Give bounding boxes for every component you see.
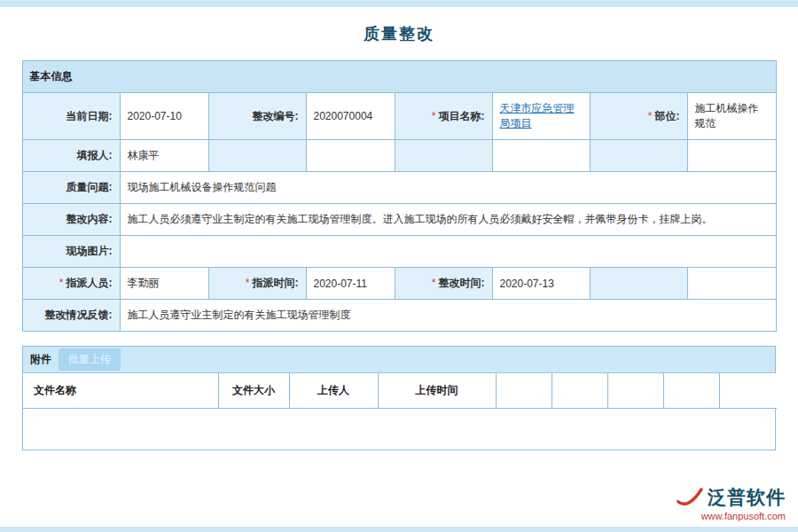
section-header-row: 基本信息 xyxy=(22,61,776,93)
bottom-strip xyxy=(0,527,798,532)
logo-swoosh-icon xyxy=(674,486,704,509)
rectify-time-label: *整改时间: xyxy=(395,268,492,300)
batch-upload-button[interactable]: 批量上传 xyxy=(59,348,121,371)
basic-info-header: 基本信息 xyxy=(22,61,776,93)
brand-row: 泛普软件 xyxy=(674,485,786,510)
empty-cell xyxy=(395,140,492,172)
col-file-name: 文件名称 xyxy=(23,373,218,409)
empty-cell xyxy=(306,140,395,172)
empty-cell xyxy=(687,140,776,172)
current-date-label: 当前日期: xyxy=(22,93,120,140)
attachments-title: 附件 xyxy=(30,352,51,367)
empty-cell xyxy=(687,268,776,300)
required-marker: * xyxy=(432,110,436,122)
quality-issue-value: 现场施工机械设备操作规范问题 xyxy=(120,172,776,204)
required-marker: * xyxy=(59,277,64,289)
part-label: *部位: xyxy=(590,93,687,140)
assignee-label: *指派人员: xyxy=(22,268,120,300)
table-row: 质量问题: 现场施工机械设备操作规范问题 xyxy=(22,172,776,204)
reporter-value: 林康平 xyxy=(120,140,208,172)
assignee-value: 李勤丽 xyxy=(120,268,208,300)
project-name-label: *项目名称: xyxy=(395,93,492,140)
rectify-time-value: 2020-07-13 xyxy=(492,268,590,300)
brand-website: www.fanpusoft.com xyxy=(674,511,786,521)
assign-time-label: *指派时间: xyxy=(208,268,306,300)
table-row: 整改内容: 施工人员必须遵守业主制定的有关施工现场管理制度。进入施工现场的所有人… xyxy=(22,204,776,236)
project-name-value: 天津市应急管理局项目 xyxy=(492,93,590,140)
empty-cell xyxy=(590,140,687,172)
attachments-titlebar: 附件 批量上传 xyxy=(23,347,775,373)
table-row: 整改情况反馈: 施工人员遵守业主制定的有关施工现场管理制度 xyxy=(22,300,776,332)
col-empty xyxy=(663,373,719,409)
top-strip xyxy=(0,0,798,7)
table-row: 当前日期: 2020-07-10 整改编号: 2020070004 *项目名称:… xyxy=(22,93,776,140)
col-uploader: 上传人 xyxy=(289,373,378,409)
number-value: 2020070004 xyxy=(306,93,395,140)
basic-info-table: 基本信息 当前日期: 2020-07-10 整改编号: 2020070004 *… xyxy=(22,60,777,332)
site-photo-label: 现场图片: xyxy=(22,236,120,268)
table-row: 填报人: 林康平 xyxy=(22,140,776,172)
feedback-value: 施工人员遵守业主制定的有关施工现场管理制度 xyxy=(120,300,776,332)
assignee-label-text: 指派人员: xyxy=(66,277,113,289)
rectify-content-value: 施工人员必须遵守业主制定的有关施工现场管理制度。进入施工现场的所有人员必须戴好安… xyxy=(120,204,776,236)
page-title: 质量整改 xyxy=(0,23,798,44)
col-file-size: 文件大小 xyxy=(218,373,289,409)
assign-time-label-text: 指派时间: xyxy=(253,277,299,289)
empty-cell xyxy=(492,140,590,172)
col-empty xyxy=(552,373,607,409)
attachments-empty-area xyxy=(23,409,775,450)
part-value: 施工机械操作规范 xyxy=(687,93,776,140)
col-empty xyxy=(607,373,663,409)
attachments-header-row: 文件名称 文件大小 上传人 上传时间 xyxy=(23,373,777,409)
assign-time-value: 2020-07-11 xyxy=(306,268,395,300)
required-marker: * xyxy=(246,277,250,289)
required-marker: * xyxy=(648,110,653,122)
col-upload-time: 上传时间 xyxy=(378,373,496,409)
number-label: 整改编号: xyxy=(208,93,306,140)
quality-issue-label: 质量问题: xyxy=(22,172,120,204)
table-row: *指派人员: 李勤丽 *指派时间: 2020-07-11 *整改时间: 2020… xyxy=(22,268,776,300)
attachments-section: 附件 批量上传 文件名称 文件大小 上传人 上传时间 xyxy=(22,346,776,450)
reporter-label: 填报人: xyxy=(22,140,120,172)
empty-cell xyxy=(590,268,687,300)
attachments-table: 文件名称 文件大小 上传人 上传时间 xyxy=(23,373,777,409)
current-date-value: 2020-07-10 xyxy=(120,93,208,140)
table-row: 现场图片: xyxy=(22,236,776,268)
rectify-time-label-text: 整改时间: xyxy=(439,277,485,289)
site-photo-value xyxy=(120,236,776,268)
col-empty xyxy=(496,373,552,409)
col-empty xyxy=(719,373,777,409)
brand-name: 泛普软件 xyxy=(708,485,786,510)
project-link[interactable]: 天津市应急管理局项目 xyxy=(500,102,575,129)
brand-logo: 泛普软件 www.fanpusoft.com xyxy=(674,485,786,521)
required-marker: * xyxy=(432,277,436,289)
rectify-content-label: 整改内容: xyxy=(22,204,120,236)
part-label-text: 部位: xyxy=(655,110,680,122)
feedback-label: 整改情况反馈: xyxy=(22,300,120,332)
project-name-label-text: 项目名称: xyxy=(439,110,485,122)
empty-cell xyxy=(208,140,306,172)
